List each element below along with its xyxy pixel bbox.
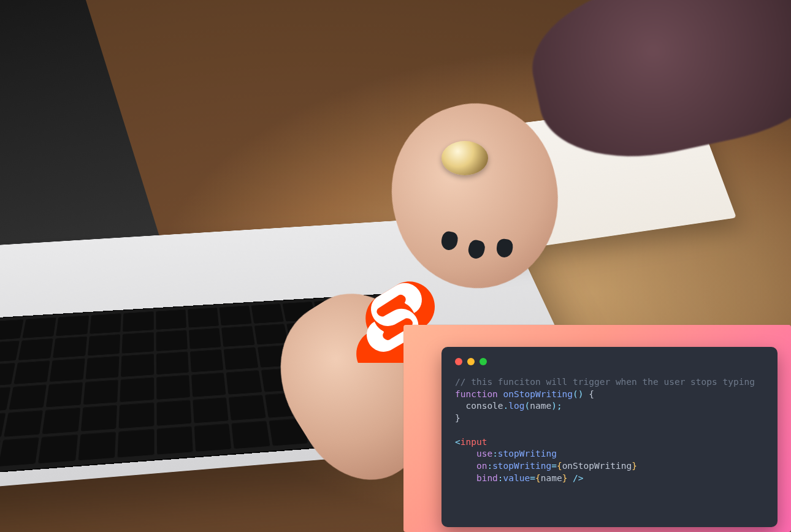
colon2: : (487, 461, 492, 471)
indent4 (455, 473, 476, 483)
window-traffic-lights (455, 358, 764, 365)
fn-name: onStopWriting (503, 389, 573, 399)
colon1: : (492, 449, 498, 458)
indent2 (455, 449, 476, 458)
stage: // this funciton will trigger when the u… (0, 0, 791, 532)
fn-parens: () (573, 389, 583, 399)
attr-use: use (476, 449, 492, 458)
attr-on: on (476, 461, 487, 471)
indent (455, 401, 465, 411)
dot: . (503, 401, 509, 411)
curly-open1: { (557, 461, 562, 471)
eq1: = (551, 461, 557, 471)
self-close: /> (573, 473, 583, 483)
use-val: stopWriting (498, 449, 557, 458)
curly-close1: } (632, 461, 637, 471)
ring (441, 141, 488, 175)
handler: onStopWriting (562, 461, 632, 471)
kw-function: function (455, 389, 498, 399)
attr-bind: bind (476, 473, 498, 483)
traffic-close-icon (455, 358, 462, 365)
tag-input: input (460, 437, 487, 447)
log-fn: log (508, 401, 524, 411)
lt: < (455, 437, 460, 447)
traffic-zoom-icon (480, 358, 487, 365)
eq2: = (530, 473, 535, 483)
curly-open2: { (535, 473, 541, 483)
code-block: // this funciton will trigger when the u… (455, 376, 764, 484)
arg-name: name (530, 401, 551, 411)
colon3: : (498, 473, 503, 483)
close-call: ); (551, 401, 562, 411)
on-event: stopWriting (492, 461, 551, 471)
brace-open: { (584, 389, 594, 399)
bind-value: value (503, 473, 530, 483)
bind-target: name (541, 473, 562, 483)
indent3 (455, 461, 476, 471)
code-window: // this funciton will trigger when the u… (441, 347, 778, 527)
code-card: // this funciton will trigger when the u… (403, 325, 791, 532)
console-obj: console (465, 401, 503, 411)
code-comment: // this funciton will trigger when the u… (455, 377, 755, 387)
brace-close: } (455, 413, 460, 423)
space (567, 473, 573, 483)
open-paren: ( (525, 401, 530, 411)
traffic-minimize-icon (467, 358, 475, 365)
